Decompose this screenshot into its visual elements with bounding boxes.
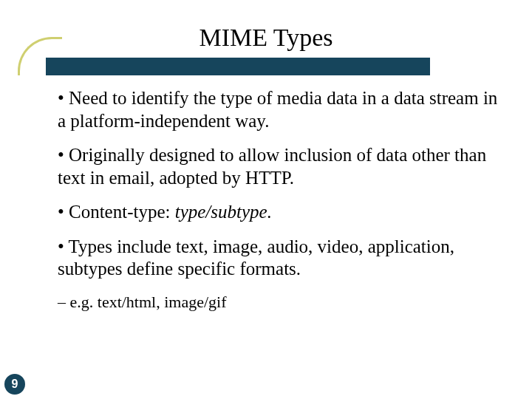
title-area: MIME Types — [0, 24, 532, 75]
slide: MIME Types • Need to identify the type o… — [0, 0, 532, 399]
bullet-2: • Originally designed to allow inclusion… — [58, 144, 502, 189]
bullet-3-text: • Content-type: — [58, 202, 175, 222]
bullet-3-italic: type/subtype. — [175, 202, 272, 222]
slide-title: MIME Types — [0, 24, 532, 52]
page-number: 9 — [12, 378, 18, 391]
bullet-3: • Content-type: type/subtype. — [58, 201, 502, 224]
title-accent-bar — [46, 58, 430, 75]
bullet-1: • Need to identify the type of media dat… — [58, 87, 502, 132]
page-number-badge: 9 — [4, 374, 25, 395]
bullet-4: • Types include text, image, audio, vide… — [58, 236, 502, 281]
slide-body: • Need to identify the type of media dat… — [58, 87, 502, 324]
sub-bullet-1: – e.g. text/html, image/gif — [58, 293, 502, 313]
